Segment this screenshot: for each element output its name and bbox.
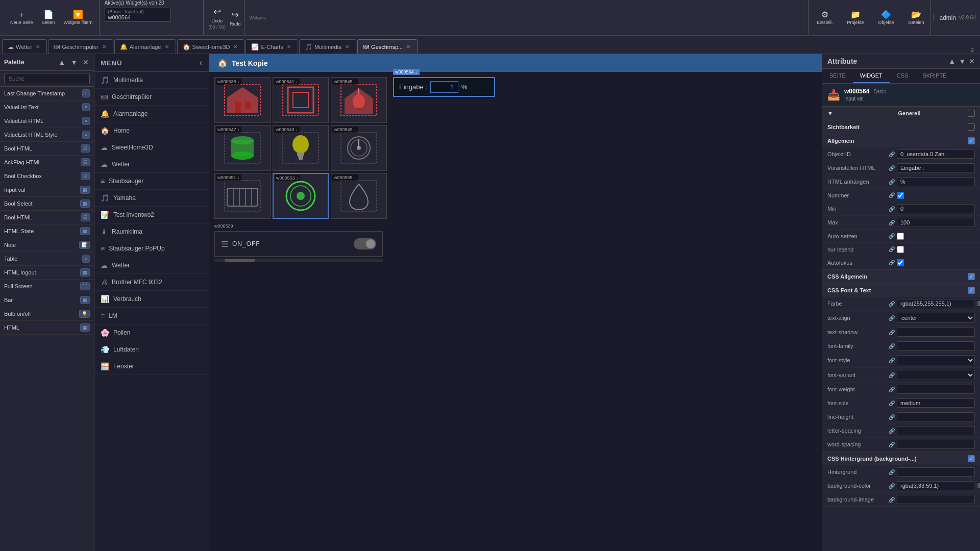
input-widget-value-field[interactable]	[430, 81, 458, 93]
letter-spacing-input[interactable]	[897, 426, 975, 435]
widget-w000538[interactable]: w000538 ↓	[214, 77, 271, 123]
background-color-input[interactable]	[897, 481, 974, 490]
list-item[interactable]: Bool Checkbox ☑	[0, 169, 94, 183]
list-item[interactable]: Last Change Timestamp T	[0, 87, 94, 101]
projekte-button[interactable]: 📁 Projekte	[844, 9, 867, 27]
font-style-select[interactable]	[897, 355, 975, 365]
tab-close-multimedia[interactable]: ✕	[344, 43, 351, 50]
tab-close-sweethome3d[interactable]: ✕	[232, 43, 239, 50]
list-item[interactable]: Input val ▦	[0, 183, 94, 197]
neue-seite-button[interactable]: ＋ Neue Seite	[7, 9, 36, 27]
nav-item-sweethome3d[interactable]: ☁ SweetHome3D	[94, 139, 209, 156]
word-spacing-input[interactable]	[897, 440, 975, 449]
section-css-allgemein-header[interactable]: CSS Allgemein ✓	[822, 270, 980, 283]
min-input[interactable]	[897, 204, 975, 213]
rp-collapse-down[interactable]: ▼	[959, 57, 966, 65]
section-generell-header[interactable]: ▼ Generell	[822, 107, 980, 120]
palette-close[interactable]: ✕	[82, 57, 90, 67]
nav-item-brother[interactable]: 🖨 Brother MFC 9332	[94, 274, 209, 291]
widget-w000541[interactable]: w000541 ↓	[273, 77, 329, 123]
font-size-input[interactable]	[897, 398, 975, 408]
list-item[interactable]: Bar ▦	[0, 293, 94, 307]
section-css-hintergrund-header[interactable]: CSS Hintergrund (background-...) ✓	[822, 452, 980, 465]
widget-selector[interactable]: (Basic - Input val) w000564	[105, 8, 171, 22]
list-item[interactable]: AckFlag HTML ☑	[0, 156, 94, 169]
text-shadow-input[interactable]	[897, 328, 975, 337]
section-css-font-text-header[interactable]: CSS Font & Text ✓	[822, 284, 980, 297]
tab-multimedia[interactable]: 🎵 Multimedia ✕	[299, 39, 356, 54]
widget-w000553[interactable]: w000553 ↓	[273, 173, 329, 219]
tab-close-geschirrspuler[interactable]: ✕	[101, 43, 108, 50]
list-item[interactable]: ValueList Text ≡	[0, 101, 94, 114]
rp-tab-skripte[interactable]: SKRIPTE	[915, 69, 953, 83]
allgemein-check[interactable]: ✓	[968, 137, 975, 144]
tab-close-alarmanlage[interactable]: ✕	[163, 43, 170, 50]
html-anhaengen-input[interactable]	[897, 177, 975, 186]
css-allgemein-check[interactable]: ✓	[968, 273, 975, 280]
list-item[interactable]: Bool Select ▦	[0, 197, 94, 211]
farbe-delete-icon[interactable]: 🗑	[976, 300, 980, 307]
list-item[interactable]: Full Screen ⛶	[0, 280, 94, 293]
auto-setzen-checkbox[interactable]	[897, 233, 904, 240]
font-variant-select[interactable]	[897, 370, 975, 380]
palette-search-input[interactable]	[4, 73, 90, 84]
widget-w000549[interactable]: w000549 ↓	[331, 125, 387, 171]
nur-lesend-checkbox[interactable]	[897, 246, 904, 253]
nav-item-raumklima[interactable]: 🌡 Raumklima	[94, 223, 209, 240]
widget-w000555[interactable]: w000555 ↓	[331, 173, 387, 219]
nav-item-alarmanlage[interactable]: 🔔 Alarmanlage	[94, 106, 209, 122]
nummer-checkbox[interactable]	[897, 192, 904, 199]
line-height-input[interactable]	[897, 412, 975, 421]
rp-collapse-up[interactable]: ▲	[948, 57, 955, 65]
nav-item-geschirrspuler[interactable]: 🍽 Geschirrspüler	[94, 89, 209, 106]
undo-button[interactable]: ↩ Undo (50 / 50)	[209, 6, 226, 30]
voranstellen-input[interactable]	[897, 163, 975, 172]
tab-sweethome3d[interactable]: 🏠 SweetHome3D ✕	[177, 39, 245, 54]
nav-item-pollen[interactable]: 🌸 Pollen	[94, 324, 209, 341]
onoff-toggle[interactable]	[354, 238, 376, 249]
list-item[interactable]: ValueList HTML ≡	[0, 114, 94, 128]
tab-geschirrsp2[interactable]: 🍽 Geschirrsp... ✕	[357, 39, 418, 54]
list-item[interactable]: HTML ▦	[0, 321, 94, 335]
objekt-id-input[interactable]	[897, 149, 975, 159]
font-family-input[interactable]	[897, 341, 975, 350]
nav-item-wetter2[interactable]: ☁ Wetter	[94, 257, 209, 274]
nav-item-staubsauger[interactable]: ≡ Staubsauger	[94, 173, 209, 190]
rp-tab-css[interactable]: CSS	[890, 69, 916, 83]
palette-collapse-up[interactable]: ▲	[57, 57, 66, 67]
section-sichtbarkeit-header[interactable]: Sichtbarkeit	[822, 120, 980, 134]
widgets-filtern-button[interactable]: 🔽 Widgets filtern	[61, 9, 96, 27]
list-item[interactable]: ValueList HTML Style ≡	[0, 128, 94, 142]
rp-close[interactable]: ✕	[969, 57, 975, 65]
list-item[interactable]: Bulb on/off 💡	[0, 307, 94, 321]
dateien-button[interactable]: 📂 Dateien	[905, 9, 927, 27]
nav-item-lm[interactable]: ≡ LM	[94, 308, 209, 324]
section-allgemein-header[interactable]: Allgemein ✓	[822, 134, 980, 147]
widget-w000551[interactable]: w000551 ↓	[214, 173, 271, 219]
list-item[interactable]: HTML logout ▦	[0, 266, 94, 280]
einstell-button[interactable]: ⚙ Einstell.	[814, 9, 836, 27]
nav-collapse-button[interactable]: ‹	[200, 58, 203, 67]
list-item[interactable]: Bool HTML ☑	[0, 142, 94, 156]
tab-close-echarts[interactable]: ✕	[285, 43, 292, 50]
canvas-scrollbar[interactable]	[214, 259, 383, 262]
tab-alarmanlage[interactable]: 🔔 Alarmanlage ✕	[114, 39, 176, 54]
list-item[interactable]: Table ≡	[0, 252, 94, 266]
widget-w000547[interactable]: w000547 ↓	[214, 125, 271, 171]
nav-item-multimedia[interactable]: 🎵 Multimedia	[94, 72, 209, 89]
tab-close-wetter[interactable]: ✕	[34, 43, 41, 50]
autofokus-checkbox[interactable]	[897, 259, 904, 266]
palette-collapse-down[interactable]: ▼	[69, 57, 79, 67]
nav-item-test-inventwo2[interactable]: 📝 Test Inventwo2	[94, 207, 209, 223]
objekte-button[interactable]: 🔷 Objekte	[875, 9, 897, 27]
rp-tab-seite[interactable]: SEITE	[822, 69, 853, 83]
redo-button[interactable]: ↪ Redo	[230, 9, 241, 27]
font-weight-input[interactable]	[897, 385, 975, 394]
tab-close-geschirrsp2[interactable]: ✕	[405, 43, 412, 50]
nav-item-wetter[interactable]: ☁ Wetter	[94, 156, 209, 173]
css-hintergrund-check[interactable]: ✓	[968, 455, 975, 462]
tab-wetter[interactable]: ☁ Wetter ✕	[2, 39, 47, 54]
nav-item-luftdaten[interactable]: 💨 Luftdaten	[94, 341, 209, 358]
max-input[interactable]	[897, 218, 975, 227]
farbe-input[interactable]	[897, 299, 974, 308]
